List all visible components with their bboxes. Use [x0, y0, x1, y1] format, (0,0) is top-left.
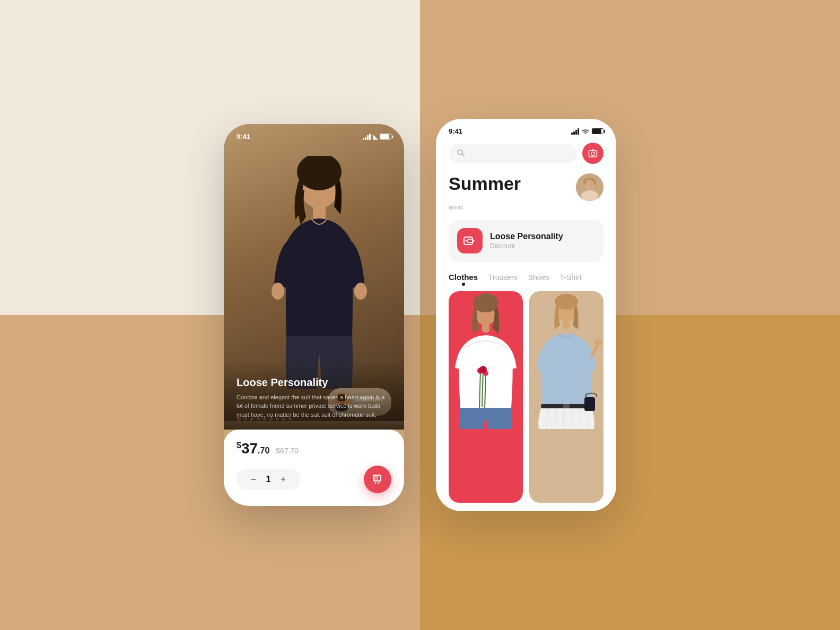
product-figure-2 — [529, 291, 603, 429]
wifi-icon: ◣ — [373, 133, 378, 141]
svg-point-4 — [354, 283, 367, 300]
svg-point-10 — [375, 483, 377, 484]
phones-wrapper: 9:41 ◣ — [224, 119, 616, 511]
svg-rect-36 — [563, 404, 570, 408]
svg-point-43 — [594, 339, 602, 345]
left-time: 9:41 — [237, 133, 250, 141]
price-row: $37.70 $67.70 — [237, 440, 391, 457]
product-title: Loose Personality — [237, 377, 391, 389]
svg-point-3 — [272, 283, 284, 300]
left-status-bar: 9:41 ◣ — [237, 133, 391, 141]
svg-point-33 — [555, 294, 578, 310]
quantity-control: − 1 + — [237, 469, 300, 490]
camera-icon — [588, 148, 598, 159]
quantity-display: 1 — [260, 475, 277, 484]
promo-title: Loose Personality — [490, 232, 595, 241]
dark-overlay: Loose Personality Concise and elegant th… — [224, 361, 404, 430]
decrement-button[interactable]: − — [247, 473, 260, 486]
user-avatar[interactable] — [576, 173, 603, 201]
page-title: Summer — [449, 173, 521, 194]
left-phone: 9:41 ◣ — [224, 124, 404, 506]
right-phone: 9:41 — [436, 119, 616, 511]
right-battery-icon — [592, 128, 603, 134]
svg-point-31 — [479, 366, 487, 373]
category-tabs: Clothes Trousers Shoes T-Shirt — [449, 273, 603, 284]
search-icon — [457, 149, 465, 158]
svg-rect-21 — [464, 237, 472, 244]
svg-rect-25 — [482, 323, 489, 332]
battery-icon — [380, 134, 391, 139]
tab-shoes[interactable]: Shoes — [528, 273, 549, 284]
right-signal-icon — [571, 128, 579, 135]
search-row — [449, 143, 603, 164]
promo-text: Loose Personality Discount — [490, 232, 595, 250]
header-row: Summer — [449, 173, 603, 201]
search-bar[interactable] — [449, 144, 577, 163]
avatar-image — [576, 173, 603, 201]
svg-rect-2 — [313, 205, 326, 221]
promo-card[interactable]: Loose Personality Discount — [449, 220, 603, 262]
signal-icon — [363, 134, 371, 140]
svg-point-15 — [595, 152, 596, 153]
svg-point-14 — [591, 152, 595, 156]
tag-icon — [462, 233, 477, 248]
tab-clothes[interactable]: Clothes — [449, 273, 478, 284]
product-card-2[interactable] — [529, 291, 603, 503]
tab-tshirt[interactable]: T-Shirt — [559, 273, 581, 284]
tab-trousers[interactable]: Trousers — [488, 273, 518, 284]
svg-point-20 — [585, 180, 594, 188]
svg-rect-34 — [563, 321, 570, 329]
svg-point-19 — [581, 190, 598, 201]
right-time: 9:41 — [449, 127, 462, 135]
svg-rect-44 — [584, 397, 595, 411]
purchase-card: $37.70 $67.70 − 1 + — [224, 430, 404, 506]
right-wifi-icon — [581, 128, 590, 135]
model-svg-1 — [449, 291, 523, 429]
increment-button[interactable]: + — [277, 473, 290, 486]
bottom-content: Loose Personality Concise and elegant th… — [224, 361, 404, 506]
product-grid — [449, 291, 603, 503]
product-card-1[interactable] — [449, 291, 523, 503]
original-price: $67.70 — [276, 447, 299, 455]
camera-button[interactable] — [582, 143, 603, 164]
model-figure — [266, 156, 372, 389]
current-price: $37.70 — [237, 440, 269, 457]
right-status-bar: 9:41 — [449, 127, 603, 135]
right-status-icons — [571, 128, 603, 135]
promo-icon — [457, 228, 483, 253]
svg-point-22 — [466, 240, 467, 242]
svg-point-11 — [378, 483, 380, 484]
promo-subtitle: Discount — [490, 242, 595, 250]
product-figure-1 — [449, 291, 523, 429]
product-description: Concise and elegant the suit that saves … — [237, 393, 391, 419]
quantity-row: − 1 + — [237, 466, 391, 493]
header-subtitle: wind. — [449, 203, 603, 211]
add-to-cart-button[interactable] — [364, 466, 391, 493]
left-status-icons: ◣ — [363, 133, 391, 141]
cart-icon — [371, 473, 384, 486]
model-svg-2 — [529, 291, 603, 429]
